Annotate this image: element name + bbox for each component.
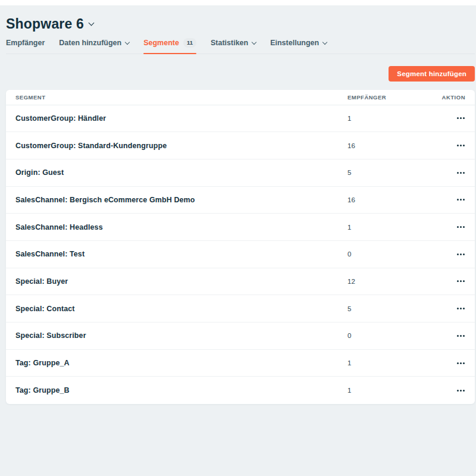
chevron-down-icon — [252, 40, 256, 45]
row-actions-button[interactable] — [456, 387, 465, 394]
ellipsis-icon — [457, 308, 459, 309]
actions-cell — [439, 305, 465, 312]
ellipsis-icon — [460, 390, 462, 392]
segment-cell: CustomerGroup: Händler — [15, 114, 347, 123]
tab-empfaenger[interactable]: Empfänger — [6, 38, 45, 54]
ellipsis-icon — [460, 362, 462, 364]
actions-cell — [439, 332, 465, 340]
top-strip — [0, 0, 476, 5]
ellipsis-icon — [463, 308, 465, 309]
segment-cell: Tag: Gruppe_A — [15, 359, 347, 367]
segment-cell: SalesChannel: Test — [15, 250, 347, 258]
ellipsis-icon — [457, 390, 459, 392]
empfaenger-cell: 0 — [347, 250, 439, 258]
ellipsis-icon — [460, 335, 462, 337]
table-row: SalesChannel: Bergisch eCommerce GmbH De… — [6, 187, 475, 214]
chevron-down-icon — [322, 40, 327, 45]
ellipsis-icon — [457, 117, 459, 119]
row-actions-button[interactable] — [456, 196, 465, 203]
table-row: SalesChannel: Headless 1 — [6, 214, 475, 241]
tab-label: Empfänger — [6, 39, 45, 47]
chevron-down-icon — [125, 40, 130, 45]
empfaenger-cell: 12 — [347, 278, 439, 285]
empfaenger-cell: 16 — [347, 196, 439, 203]
empfaenger-cell: 1 — [347, 387, 439, 394]
empfaenger-cell: 5 — [347, 169, 439, 176]
ellipsis-icon — [463, 145, 465, 146]
tab-einstellungen[interactable]: Einstellungen — [270, 38, 327, 54]
tab-bar: Empfänger Daten hinzufügen Segmente 11 S… — [6, 38, 475, 54]
segment-cell: Special: Buyer — [15, 277, 347, 286]
segment-cell: Special: Subscriber — [15, 331, 347, 340]
empfaenger-cell: 5 — [347, 305, 439, 312]
column-header-empfaenger: EMPFÄNGER — [347, 94, 439, 101]
table-row: CustomerGroup: Standard-Kundengruppe 16 — [6, 132, 475, 159]
row-actions-button[interactable] — [456, 359, 465, 367]
page-title: Shopware 6 — [6, 17, 84, 31]
ellipsis-icon — [457, 199, 459, 201]
ellipsis-icon — [457, 226, 459, 228]
page: Shopware 6 Empfänger Daten hinzufügen Se… — [0, 5, 476, 404]
actions-cell — [439, 196, 465, 203]
ellipsis-icon — [463, 390, 465, 392]
table-row: Tag: Gruppe_A 1 — [6, 350, 475, 377]
empfaenger-cell: 1 — [347, 224, 439, 231]
row-actions-button[interactable] — [456, 223, 465, 231]
empfaenger-cell: 16 — [347, 142, 439, 149]
tab-label: Segmente — [143, 39, 179, 47]
ellipsis-icon — [457, 335, 459, 337]
actions-cell — [439, 169, 465, 177]
tab-segmente[interactable]: Segmente 11 — [143, 38, 196, 54]
ellipsis-icon — [463, 199, 465, 201]
ellipsis-icon — [460, 117, 462, 119]
table-row: Tag: Gruppe_B 1 — [6, 377, 475, 404]
chevron-down-icon — [89, 20, 95, 26]
row-actions-button[interactable] — [456, 277, 465, 285]
ellipsis-icon — [460, 226, 462, 228]
title-dropdown[interactable]: Shopware 6 — [6, 17, 475, 31]
empfaenger-cell: 0 — [347, 332, 439, 339]
actions-cell — [439, 142, 465, 149]
ellipsis-icon — [460, 253, 462, 255]
ellipsis-icon — [460, 308, 462, 309]
tab-statistiken[interactable]: Statistiken — [211, 38, 256, 54]
segment-cell: SalesChannel: Bergisch eCommerce GmbH De… — [15, 196, 347, 204]
actions-cell — [439, 114, 465, 122]
toolbar: Segment hinzufügen — [6, 66, 475, 82]
actions-cell — [439, 223, 465, 231]
empfaenger-cell: 1 — [347, 359, 439, 367]
row-actions-button[interactable] — [456, 142, 465, 149]
tab-daten-hinzufuegen[interactable]: Daten hinzufügen — [59, 38, 129, 54]
table-row: Special: Subscriber 0 — [6, 322, 475, 350]
ellipsis-icon — [457, 145, 459, 146]
row-actions-button[interactable] — [456, 114, 465, 122]
tab-label: Einstellungen — [270, 39, 319, 47]
empfaenger-cell: 1 — [347, 115, 439, 122]
actions-cell — [439, 250, 465, 258]
column-header-aktion: AKTION — [439, 94, 465, 101]
segment-cell: Tag: Gruppe_B — [15, 386, 347, 394]
ellipsis-icon — [463, 335, 465, 337]
ellipsis-icon — [460, 145, 462, 146]
ellipsis-icon — [457, 253, 459, 255]
actions-cell — [439, 277, 465, 285]
actions-cell — [439, 359, 465, 367]
segment-cell: Origin: Guest — [15, 168, 347, 177]
ellipsis-icon — [463, 280, 465, 282]
row-actions-button[interactable] — [456, 332, 465, 340]
row-actions-button[interactable] — [456, 305, 465, 312]
add-segment-button[interactable]: Segment hinzufügen — [389, 66, 475, 82]
table-row: Special: Buyer 12 — [6, 268, 475, 296]
ellipsis-icon — [460, 280, 462, 282]
row-actions-button[interactable] — [456, 250, 465, 258]
segment-cell: SalesChannel: Headless — [15, 223, 347, 231]
ellipsis-icon — [457, 172, 459, 174]
ellipsis-icon — [460, 172, 462, 174]
segments-table: SEGMENT EMPFÄNGER AKTION CustomerGroup: … — [6, 90, 475, 405]
segment-cell: Special: Contact — [15, 305, 347, 313]
ellipsis-icon — [463, 362, 465, 364]
row-actions-button[interactable] — [456, 169, 465, 177]
table-header-row: SEGMENT EMPFÄNGER AKTION — [6, 90, 475, 105]
ellipsis-icon — [463, 253, 465, 255]
segment-cell: CustomerGroup: Standard-Kundengruppe — [15, 142, 347, 150]
